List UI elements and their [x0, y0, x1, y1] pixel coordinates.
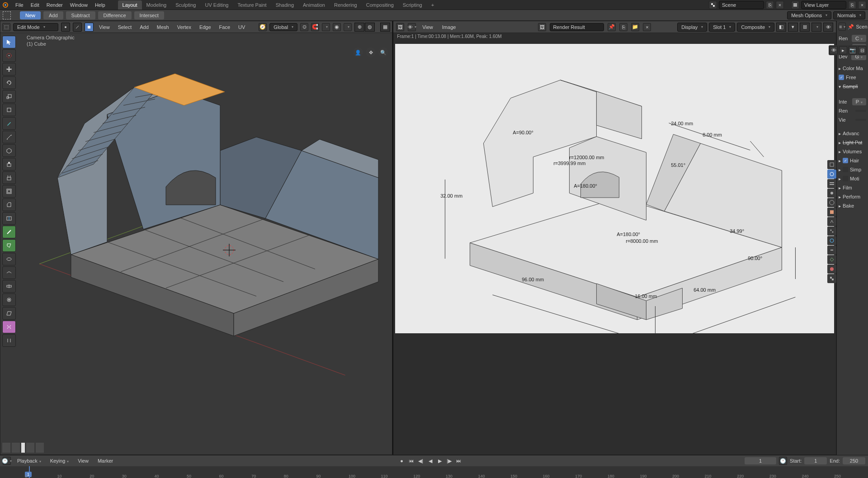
tab-world[interactable]	[827, 198, 836, 207]
slot-dropdown[interactable]: Slot 1	[709, 23, 735, 32]
orientation-dropdown[interactable]: Global	[269, 23, 297, 31]
render-engine-dropdown[interactable]: C	[852, 35, 866, 42]
tool-rip-region[interactable]	[2, 321, 16, 333]
proportional-dropdown[interactable]	[344, 23, 352, 31]
tool-measure[interactable]	[2, 131, 16, 143]
editor-type-image-icon[interactable]: 🖼	[396, 23, 404, 31]
tool-add-cube[interactable]	[2, 144, 16, 157]
pin-icon[interactable]: 📌	[848, 24, 854, 30]
help-menu[interactable]: Help	[91, 1, 109, 9]
freestyle-checkbox[interactable]: ✓	[839, 75, 844, 80]
current-frame-field[interactable]: 1	[745, 457, 776, 464]
panel-color-management[interactable]: Color Ma	[843, 66, 863, 71]
tool-extrude-region[interactable]	[2, 158, 16, 170]
edge-select-mode[interactable]	[73, 23, 82, 32]
normals-dropdown[interactable]: Normals	[833, 11, 865, 19]
workspace-animation[interactable]: Animation	[298, 0, 330, 9]
properties-panel[interactable]: ≡ 📌 Scen RenC FeaS DevG ▸ Color Ma ✓Free…	[836, 21, 868, 455]
panel-performance[interactable]: Perform	[843, 194, 860, 199]
preset-4[interactable]	[26, 443, 34, 453]
image-mode-dropdown[interactable]: 👁	[408, 23, 416, 31]
start-frame-field[interactable]: 1	[804, 457, 827, 464]
panel-simplify[interactable]: Simp	[850, 167, 861, 172]
mesh-options-dropdown[interactable]: Mesh Options	[787, 11, 831, 19]
image-unlink-icon[interactable]: ×	[643, 23, 651, 31]
tool-select-box[interactable]	[2, 36, 16, 48]
tab-constraints[interactable]	[827, 246, 836, 255]
tool-rotate[interactable]	[2, 76, 16, 89]
motion-blur-checkbox[interactable]	[843, 176, 848, 181]
select-menu[interactable]: Select	[115, 24, 135, 31]
timeline-view-menu[interactable]: View	[75, 457, 91, 464]
panel-advanced[interactable]: Advanc	[843, 131, 859, 136]
viewport-canvas[interactable]: Camera Orthographic (1) Cube	[17, 33, 392, 454]
gizmo-toggle-icon[interactable]: ⊕	[354, 23, 364, 32]
workspace-rendering[interactable]: Rendering	[330, 0, 362, 9]
preview-range-icon[interactable]: 🕐	[779, 457, 787, 465]
select-box-icon[interactable]	[3, 11, 11, 19]
file-menu[interactable]: File	[12, 1, 27, 9]
image-new-icon[interactable]: ⎘	[619, 23, 627, 31]
panel-volumes[interactable]: Volumes	[843, 149, 862, 154]
snap-icon[interactable]: 🧲	[311, 23, 319, 31]
tab-mesh-data[interactable]	[827, 255, 836, 264]
tool-shrink[interactable]	[2, 293, 16, 306]
auto-key-icon[interactable]: ●	[398, 457, 406, 465]
workspace-compositing[interactable]: Compositing	[362, 0, 398, 9]
tab-physics[interactable]	[827, 236, 836, 245]
overlays-toggle-icon[interactable]: ◍	[365, 23, 375, 32]
add-workspace-button[interactable]: +	[427, 0, 439, 9]
tab-object[interactable]	[827, 208, 836, 217]
edge-menu[interactable]: Edge	[197, 24, 214, 31]
mode-dropdown[interactable]: Edit Mode	[13, 23, 58, 31]
viewlayer-browse-icon[interactable]	[791, 1, 799, 9]
panel-bake[interactable]: Bake	[843, 203, 854, 208]
tab-particles[interactable]	[827, 227, 836, 236]
viewlayer-delete-icon[interactable]: ×	[858, 1, 866, 9]
mesh-menu[interactable]: Mesh	[154, 24, 172, 31]
pan-gizmo-icon[interactable]: ✥	[366, 47, 376, 57]
zoom-gizmo-icon[interactable]: 🔍	[378, 47, 388, 57]
3d-viewport[interactable]: ⬚ Edit Mode View Select Add Mesh Vertex …	[0, 21, 392, 455]
panel-motion-blur[interactable]: Moti	[850, 176, 859, 181]
boolean-difference-button[interactable]: Difference	[98, 11, 132, 19]
tool-rip-edge[interactable]	[2, 334, 16, 347]
tool-annotate[interactable]	[2, 117, 16, 130]
boolean-intersect-button[interactable]: Intersect	[134, 11, 164, 19]
window-menu[interactable]: Window	[66, 1, 91, 9]
tool-inset[interactable]	[2, 185, 16, 198]
overlay-view-icon[interactable]	[811, 23, 821, 32]
play-reverse-icon[interactable]: ◀	[426, 457, 434, 465]
view-menu[interactable]: View	[96, 24, 113, 31]
tab-render[interactable]	[827, 160, 836, 169]
filter-hide-icon[interactable]: ⊟	[858, 46, 866, 54]
filter-render-icon[interactable]: 📷	[849, 46, 857, 54]
display-dropdown[interactable]: Display	[677, 23, 707, 32]
gizmo-view-icon[interactable]: ⊞	[800, 23, 810, 32]
face-select-mode[interactable]	[85, 23, 94, 32]
boolean-new-button[interactable]: New	[20, 11, 41, 19]
uv-menu[interactable]: UV	[236, 24, 248, 31]
workspace-uv[interactable]: UV Editing	[200, 0, 233, 9]
simplify-checkbox[interactable]	[843, 167, 848, 172]
preset-1[interactable]	[2, 443, 10, 453]
tool-edge-slide[interactable]	[2, 280, 16, 293]
image-open-icon[interactable]: 📁	[631, 23, 639, 31]
workspace-shading[interactable]: Shading	[271, 0, 298, 9]
tool-scale[interactable]	[2, 90, 16, 103]
vertex-select-mode[interactable]	[61, 23, 70, 32]
proportional-edit-icon[interactable]: ◉	[333, 23, 341, 31]
image-view-menu[interactable]: View	[420, 24, 436, 31]
tool-bevel[interactable]	[2, 199, 16, 211]
render-menu[interactable]: Render	[43, 1, 66, 9]
render-samples-field[interactable]	[855, 110, 866, 112]
hair-checkbox[interactable]: ✓	[843, 158, 848, 163]
tab-output[interactable]	[827, 170, 836, 179]
xray-toggle-icon[interactable]: ▦	[380, 23, 390, 32]
image-pin-icon[interactable]: 📌	[608, 23, 616, 31]
face-menu[interactable]: Face	[217, 24, 233, 31]
tab-modifier[interactable]	[827, 217, 836, 226]
tool-knife[interactable]	[2, 226, 16, 238]
timeline-type-icon[interactable]: 🕐	[3, 457, 11, 465]
play-icon[interactable]: ▶	[436, 457, 444, 465]
